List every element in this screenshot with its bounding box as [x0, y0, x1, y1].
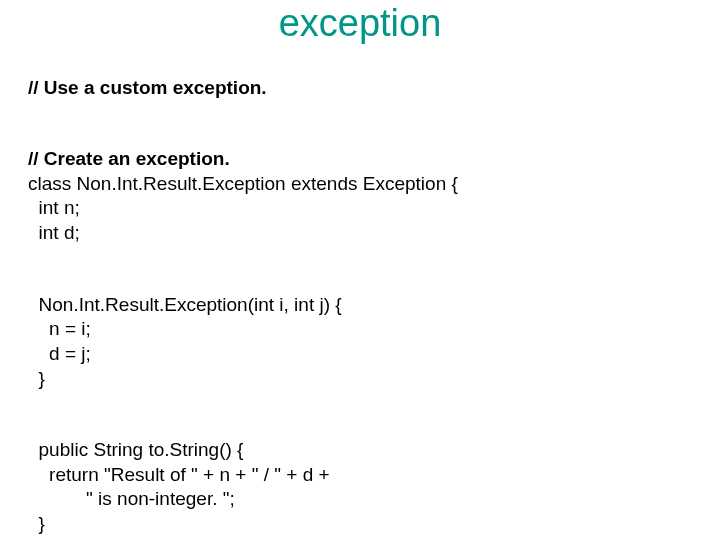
constructor-head: Non.Int.Result.Exception(int i, int j) {: [28, 294, 342, 315]
tostring-close: }: [28, 513, 45, 534]
slide-container: exception // Use a custom exception. // …: [0, 0, 720, 540]
class-declaration: class Non.Int.Result.Exception extends E…: [28, 173, 458, 194]
comment-create: // Create an exception.: [28, 148, 230, 169]
tostring-line-1: return "Result of " + n + " / " + d +: [28, 464, 330, 485]
field-d: int d;: [28, 222, 80, 243]
slide-title: exception: [28, 0, 692, 45]
tostring-line-2: " is non-integer. ";: [28, 488, 235, 509]
comment-use: // Use a custom exception.: [28, 77, 267, 98]
tostring-head: public String to.String() {: [28, 439, 243, 460]
code-block: // Use a custom exception. // Create an …: [28, 51, 692, 540]
constructor-line-1: n = i;: [28, 318, 91, 339]
constructor-line-2: d = j;: [28, 343, 91, 364]
constructor-close: }: [28, 368, 45, 389]
field-n: int n;: [28, 197, 80, 218]
